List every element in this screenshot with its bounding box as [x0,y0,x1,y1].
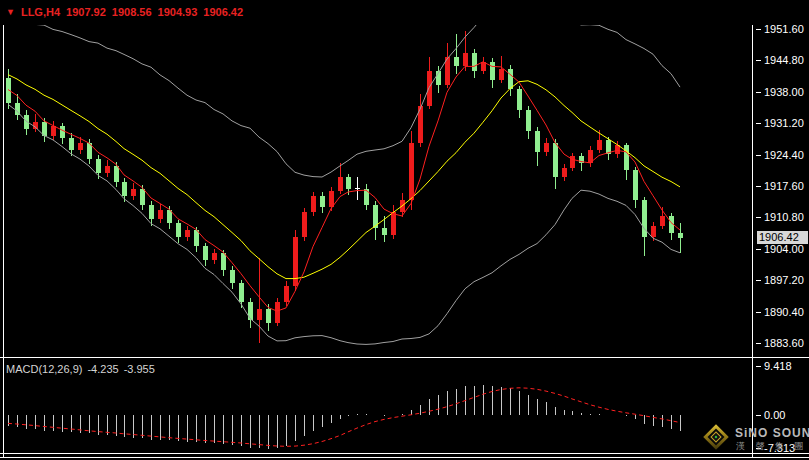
price-axis-tick [756,60,761,61]
price-axis-label: 1951.60 [764,23,804,35]
candle[interactable] [158,204,163,222]
price-axis-label: 1910.80 [764,211,804,223]
price-axis-line[interactable] [752,25,753,458]
symbol-label: LLG,H4 [21,6,60,18]
price-axis-tick [756,312,761,313]
macd-main-value: -4.235 [87,363,118,375]
candle[interactable] [490,58,495,88]
candle[interactable] [60,123,65,145]
window-bottom-border [0,457,809,458]
candle[interactable] [678,223,683,253]
macd-indicator-readout: MACD(12,26,9)-4.235-3.955 [6,363,160,375]
candle[interactable] [391,205,396,239]
candle[interactable] [230,266,235,290]
ma-fast-line [8,62,680,311]
price-axis-label: 1917.60 [764,180,804,192]
price-axis-label: 1897.20 [764,274,804,286]
candle[interactable] [526,106,531,139]
candle[interactable] [203,243,208,267]
candle[interactable] [517,86,522,118]
candle[interactable] [338,163,343,194]
price-axis-tick [756,343,761,344]
quote-low: 1904.93 [158,6,198,18]
candle[interactable] [355,177,360,200]
candle[interactable] [248,298,253,328]
macd-axis-label: 9.418 [764,360,792,372]
candle[interactable] [535,127,540,165]
price-axis-tick [756,123,761,124]
candle[interactable] [275,298,280,327]
candle[interactable] [96,155,101,179]
candle[interactable] [562,164,567,181]
candle[interactable] [499,56,504,84]
candle[interactable] [221,250,226,276]
candle[interactable] [320,192,325,213]
price-axis-label: 1904.00 [764,243,804,255]
bollinger-upper-band [8,25,680,177]
macd-signal-line [8,388,680,447]
chart-title: ▼LLG,H41907.921908.561904.931906.42 [6,6,249,22]
quote-high: 1908.56 [112,6,152,18]
candle[interactable] [122,178,127,202]
candle[interactable] [311,192,316,216]
candle[interactable] [302,208,307,241]
logo-cjk-text: 漢 聲 集 團 [736,440,808,453]
pane-separator[interactable] [0,453,809,454]
price-pane-chart[interactable] [0,25,752,357]
candle[interactable] [669,213,674,241]
candle[interactable] [140,185,145,210]
candle[interactable] [176,220,181,244]
broker-logo: SiNO SOUND 漢 聲 集 團 [699,424,807,456]
candle[interactable] [257,258,262,343]
candle[interactable] [445,43,450,88]
macd-axis-tick [756,366,761,367]
candle[interactable] [454,34,459,74]
logo-diamond-icon [703,424,728,449]
candle[interactable] [481,57,486,74]
bollinger-lower-band [8,104,680,344]
candle[interactable] [212,249,217,265]
candle[interactable] [51,121,56,139]
current-price-tag: 1906.42 [757,231,808,244]
price-axis-tick [756,155,761,156]
candle[interactable] [472,49,477,78]
price-axis-tick [756,186,761,187]
chart-window: ▼LLG,H41907.921908.561904.931906.42 MACD… [0,0,809,460]
candle[interactable] [508,65,513,96]
candle[interactable] [114,162,119,187]
candle[interactable] [544,138,549,156]
candle[interactable] [284,281,289,306]
candle[interactable] [364,184,369,210]
candle[interactable] [588,146,593,167]
macd-signal-value: -3.955 [124,363,155,375]
candle[interactable] [624,143,629,180]
candle[interactable] [293,230,298,291]
candle[interactable] [185,226,190,242]
macd-name: MACD(12,26,9) [6,363,82,375]
price-axis-tick [756,217,761,218]
price-axis-tick [756,280,761,281]
logo-brand-text: SiNO SOUND [735,426,809,440]
pane-separator[interactable] [0,357,809,358]
symbol-dropdown-icon[interactable]: ▼ [6,7,15,17]
ma-slow-line [8,75,680,279]
window-left-border [3,25,4,458]
macd-axis-tick [756,415,761,416]
candle[interactable] [418,94,423,147]
candle[interactable] [105,160,110,177]
price-axis-tick [756,92,761,93]
price-axis-label: 1924.40 [764,149,804,161]
price-axis-label: 1938.00 [764,86,804,98]
price-axis-label: 1944.80 [764,54,804,66]
candle[interactable] [553,139,558,189]
candle[interactable] [373,201,378,239]
candle[interactable] [131,183,136,200]
price-axis-label: 1931.20 [764,117,804,129]
candle[interactable] [570,153,575,171]
candle[interactable] [239,280,244,308]
macd-axis-label: 0.00 [764,409,785,421]
price-axis-tick [756,249,761,250]
candle[interactable] [633,167,638,209]
quote-close: 1906.42 [203,6,243,18]
price-axis-label: 1883.60 [764,337,804,349]
